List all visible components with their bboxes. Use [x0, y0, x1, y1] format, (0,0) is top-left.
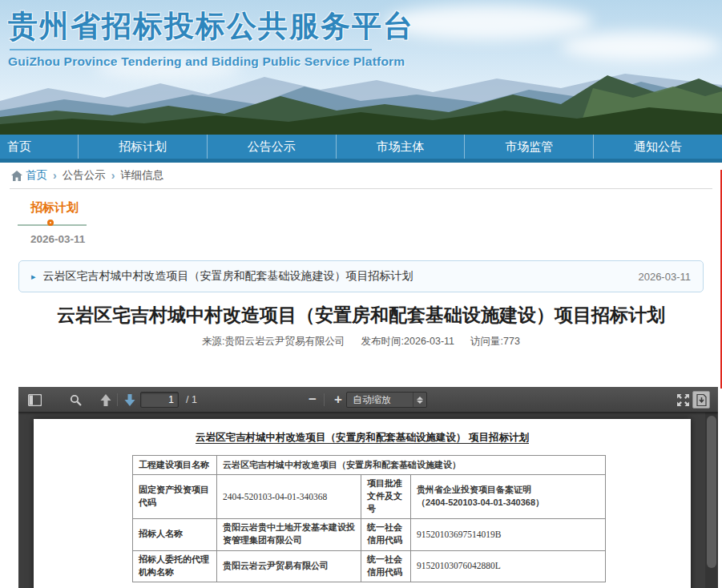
table-cell-value: 91520103697514019B — [411, 518, 606, 550]
document-table: 工程建设项目名称 云岩区宅吉村城中村改造项目（安置房和配套基础设施建设） 固定资… — [132, 455, 606, 582]
nav-item-announcements[interactable]: 公告公示 — [207, 135, 336, 159]
approval-doc-line1: 贵州省企业投资项目备案证明 — [417, 484, 599, 497]
table-cell-value: 贵州省企业投资项目备案证明 （2404-520103-04-01-340368） — [411, 475, 606, 519]
table-row: 招标人委托的代理机构名称 贵阳云岩云尹贸易有限公司 统一社会信用代码 91520… — [133, 550, 606, 582]
next-page-button[interactable] — [123, 393, 137, 407]
breadcrumb-detail: 详细信息 — [120, 168, 163, 183]
breadcrumb-separator-icon: › — [111, 169, 115, 182]
timeline-category-label: 招标计划 — [30, 200, 722, 215]
document-title: 云岩区宅吉村城中村改造项目（安置房和配套基础设施建设） 项目招标计划 — [34, 431, 691, 445]
table-row: 招标人名称 贵阳云岩贵中土地开发基本建设投资管理集团有限公司 统一社会信用代码 … — [133, 518, 606, 550]
site-banner: 贵州省招标投标公共服务平台 GuiZhou Province Tendering… — [0, 0, 722, 135]
toolbar-separator — [117, 393, 118, 406]
notice-list-item[interactable]: ▸ 云岩区宅吉村城中村改造项目（安置房和配套基础设施建设）项目招标计划 2026… — [18, 260, 704, 292]
table-cell-value: 云岩区宅吉村城中村改造项目（安置房和配套基础设施建设） — [217, 456, 606, 475]
page-number-input[interactable]: 1 — [140, 392, 179, 408]
home-icon — [11, 171, 22, 181]
table-cell-label: 统一社会信用代码 — [361, 518, 411, 550]
table-cell-label: 项目批准文件及文号 — [361, 475, 411, 519]
table-cell-value: 贵阳云岩云尹贸易有限公司 — [217, 550, 361, 582]
nav-item-bidding-plan[interactable]: 招标计划 — [78, 135, 207, 159]
page-count-label: / 1 — [186, 394, 197, 405]
nav-item-home[interactable]: 首页 — [0, 135, 78, 159]
timeline-section: 招标计划 2026-03-11 — [0, 189, 722, 245]
toolbar-separator — [324, 393, 325, 406]
table-cell-label: 招标人名称 — [133, 518, 217, 550]
pdf-scrollbar[interactable] — [705, 413, 718, 588]
nav-item-market-supervision[interactable]: 市场监管 — [464, 135, 593, 159]
pdf-viewer: 1 / 1 − + 自动缩放 云岩区宅吉 — [18, 387, 718, 588]
previous-page-button[interactable] — [99, 393, 113, 407]
timeline-date: 2026-03-11 — [30, 233, 722, 245]
nav-item-notices[interactable]: 通知公告 — [593, 135, 722, 159]
bullet-arrow-icon: ▸ — [31, 272, 36, 282]
approval-doc-line2: （2404-520103-04-01-340368） — [417, 497, 599, 509]
pdf-canvas-area: 云岩区宅吉村城中村改造项目（安置房和配套基础设施建设） 项目招标计划 工程建设项… — [18, 413, 718, 588]
site-title-english: GuiZhou Province Tendering and Bidding P… — [8, 54, 414, 69]
notice-title-link[interactable]: 云岩区宅吉村城中村改造项目（安置房和配套基础设施建设）项目招标计划 — [43, 269, 639, 284]
scrollbar-thumb[interactable] — [707, 416, 716, 568]
main-navigation: 首页 招标计划 公告公示 市场主体 市场监管 通知公告 — [0, 135, 722, 163]
presentation-mode-icon[interactable] — [676, 393, 690, 407]
article-view-count: 访问量:773 — [470, 335, 520, 348]
timeline-dot — [47, 219, 54, 226]
table-row: 固定资产投资项目代码 2404-520103-04-01-340368 项目批准… — [133, 475, 606, 519]
zoom-out-button[interactable]: − — [305, 390, 320, 409]
article-source: 来源:贵阳云岩云尹贸易有限公司 — [202, 335, 345, 348]
download-button[interactable] — [692, 391, 710, 409]
pdf-toolbar: 1 / 1 − + 自动缩放 — [18, 387, 718, 413]
table-cell-label: 招标人委托的代理机构名称 — [133, 550, 217, 582]
page-title: 云岩区宅吉村城中村改造项目（安置房和配套基础设施建设）项目招标计划 — [6, 303, 716, 328]
notice-date: 2026-03-11 — [638, 271, 691, 283]
pdf-page: 云岩区宅吉村城中村改造项目（安置房和配套基础设施建设） 项目招标计划 工程建设项… — [34, 419, 691, 588]
table-cell-value: 91520103076042880L — [411, 550, 606, 582]
breadcrumb: 首页 › 公告公示 › 详细信息 — [0, 163, 722, 188]
table-row: 工程建设项目名称 云岩区宅吉村城中村改造项目（安置房和配套基础设施建设） — [133, 456, 606, 475]
table-cell-value: 贵阳云岩贵中土地开发基本建设投资管理集团有限公司 — [217, 518, 361, 550]
article-meta: 来源:贵阳云岩云尹贸易有限公司 发布时间:2026-03-11 访问量:773 — [0, 335, 722, 348]
zoom-mode-value: 自动缩放 — [353, 393, 391, 407]
breadcrumb-home-link[interactable]: 首页 — [26, 168, 47, 183]
title-underline — [10, 49, 372, 50]
site-title: 贵州省招标投标公共服务平台 — [8, 6, 414, 46]
table-cell-label: 工程建设项目名称 — [133, 456, 217, 475]
select-arrows-icon — [413, 393, 426, 407]
table-cell-label: 固定资产投资项目代码 — [133, 475, 217, 519]
zoom-mode-select[interactable]: 自动缩放 — [346, 392, 427, 408]
table-cell-label: 统一社会信用代码 — [361, 550, 411, 582]
breadcrumb-announcements[interactable]: 公告公示 — [63, 168, 106, 183]
article-publish-time: 发布时间:2026-03-11 — [361, 335, 455, 348]
search-icon[interactable] — [68, 393, 83, 407]
breadcrumb-separator-icon: › — [53, 169, 57, 182]
nav-item-market-entities[interactable]: 市场主体 — [336, 135, 465, 159]
zoom-in-button[interactable]: + — [331, 390, 345, 409]
timeline-track — [18, 224, 87, 226]
table-cell-value: 2404-520103-04-01-340368 — [217, 475, 361, 519]
sidebar-toggle-button[interactable] — [26, 393, 42, 407]
